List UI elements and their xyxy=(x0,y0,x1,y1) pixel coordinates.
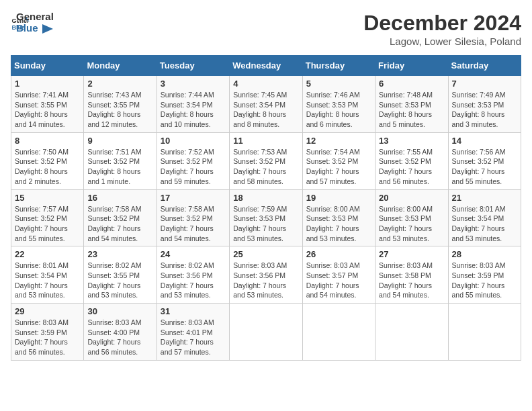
day-number: 4 xyxy=(233,79,298,89)
day-number: 19 xyxy=(306,193,371,203)
day-number: 14 xyxy=(452,136,517,146)
day-number: 18 xyxy=(233,193,298,203)
day-info: Sunrise: 7:45 AMSunset: 3:54 PMDaylight:… xyxy=(233,90,298,130)
day-number: 24 xyxy=(161,249,226,259)
day-info: Sunrise: 8:03 AMSunset: 3:59 PMDaylight:… xyxy=(15,318,80,357)
calendar-week-row: 22Sunrise: 8:01 AMSunset: 3:54 PMDayligh… xyxy=(11,246,521,304)
day-number: 23 xyxy=(87,249,152,259)
table-row: 6Sunrise: 7:48 AMSunset: 3:53 PMDaylight… xyxy=(375,76,448,133)
day-number: 2 xyxy=(87,79,152,89)
day-number: 29 xyxy=(15,306,80,316)
table-row: 26Sunrise: 8:03 AMSunset: 3:57 PMDayligh… xyxy=(302,246,375,304)
table-row: 11Sunrise: 7:53 AMSunset: 3:52 PMDayligh… xyxy=(230,132,302,189)
table-row: 30Sunrise: 8:03 AMSunset: 4:00 PMDayligh… xyxy=(84,304,157,361)
day-number: 3 xyxy=(161,79,226,89)
day-info: Sunrise: 7:55 AMSunset: 3:52 PMDaylight:… xyxy=(379,147,444,187)
table-row: 4Sunrise: 7:45 AMSunset: 3:54 PMDaylight… xyxy=(230,76,302,133)
page-header: General Blue General Blue December 2024 … xyxy=(11,11,521,47)
day-info: Sunrise: 8:02 AMSunset: 3:55 PMDaylight:… xyxy=(87,261,152,300)
day-info: Sunrise: 7:58 AMSunset: 3:52 PMDaylight:… xyxy=(87,204,152,244)
col-wednesday: Wednesday xyxy=(230,56,302,76)
table-row: 14Sunrise: 7:56 AMSunset: 3:52 PMDayligh… xyxy=(448,132,521,189)
table-row: 27Sunrise: 8:03 AMSunset: 3:58 PMDayligh… xyxy=(375,246,448,304)
day-info: Sunrise: 7:57 AMSunset: 3:52 PMDaylight:… xyxy=(15,204,80,244)
day-info: Sunrise: 8:03 AMSunset: 3:59 PMDaylight:… xyxy=(452,261,517,300)
day-info: Sunrise: 7:54 AMSunset: 3:52 PMDaylight:… xyxy=(306,147,371,187)
day-number: 31 xyxy=(161,306,226,316)
day-info: Sunrise: 8:01 AMSunset: 3:54 PMDaylight:… xyxy=(15,261,80,300)
table-row: 5Sunrise: 7:46 AMSunset: 3:53 PMDaylight… xyxy=(302,76,375,133)
day-info: Sunrise: 8:01 AMSunset: 3:54 PMDaylight:… xyxy=(452,204,517,244)
svg-marker-3 xyxy=(42,24,53,34)
day-number: 15 xyxy=(15,193,80,203)
day-number: 22 xyxy=(15,249,80,259)
day-info: Sunrise: 7:59 AMSunset: 3:53 PMDaylight:… xyxy=(233,204,298,244)
calendar-week-row: 29Sunrise: 8:03 AMSunset: 3:59 PMDayligh… xyxy=(11,304,521,361)
day-info: Sunrise: 8:03 AMSunset: 3:58 PMDaylight:… xyxy=(379,261,444,300)
day-info: Sunrise: 8:00 AMSunset: 3:53 PMDaylight:… xyxy=(379,204,444,244)
calendar-table: Sunday Monday Tuesday Wednesday Thursday… xyxy=(11,55,521,361)
day-number: 16 xyxy=(87,193,152,203)
day-info: Sunrise: 7:58 AMSunset: 3:52 PMDaylight:… xyxy=(161,204,226,244)
table-row: 8Sunrise: 7:50 AMSunset: 3:52 PMDaylight… xyxy=(11,132,84,189)
table-row: 15Sunrise: 7:57 AMSunset: 3:52 PMDayligh… xyxy=(11,189,84,246)
calendar-header-row: Sunday Monday Tuesday Wednesday Thursday… xyxy=(11,56,521,76)
day-info: Sunrise: 8:03 AMSunset: 4:00 PMDaylight:… xyxy=(87,318,152,357)
day-info: Sunrise: 7:56 AMSunset: 3:52 PMDaylight:… xyxy=(452,147,517,187)
table-row xyxy=(302,304,375,361)
day-number: 8 xyxy=(15,136,80,146)
location: Lagow, Lower Silesia, Poland xyxy=(363,36,521,47)
table-row: 29Sunrise: 8:03 AMSunset: 3:59 PMDayligh… xyxy=(11,304,84,361)
table-row: 17Sunrise: 7:58 AMSunset: 3:52 PMDayligh… xyxy=(157,189,229,246)
logo: General Blue General Blue xyxy=(11,11,54,34)
day-info: Sunrise: 7:49 AMSunset: 3:53 PMDaylight:… xyxy=(452,90,517,130)
table-row: 22Sunrise: 8:01 AMSunset: 3:54 PMDayligh… xyxy=(11,246,84,304)
table-row: 12Sunrise: 7:54 AMSunset: 3:52 PMDayligh… xyxy=(302,132,375,189)
day-info: Sunrise: 7:43 AMSunset: 3:55 PMDaylight:… xyxy=(87,90,152,130)
table-row: 16Sunrise: 7:58 AMSunset: 3:52 PMDayligh… xyxy=(84,189,157,246)
table-row: 21Sunrise: 8:01 AMSunset: 3:54 PMDayligh… xyxy=(448,189,521,246)
calendar-week-row: 15Sunrise: 7:57 AMSunset: 3:52 PMDayligh… xyxy=(11,189,521,246)
day-info: Sunrise: 7:46 AMSunset: 3:53 PMDaylight:… xyxy=(306,90,371,130)
day-number: 10 xyxy=(161,136,226,146)
table-row: 20Sunrise: 8:00 AMSunset: 3:53 PMDayligh… xyxy=(375,189,448,246)
day-number: 25 xyxy=(233,249,298,259)
col-sunday: Sunday xyxy=(11,56,84,76)
day-info: Sunrise: 7:51 AMSunset: 3:52 PMDaylight:… xyxy=(87,147,152,187)
day-number: 13 xyxy=(379,136,444,146)
day-number: 28 xyxy=(452,249,517,259)
day-number: 7 xyxy=(452,79,517,89)
calendar-body: 1Sunrise: 7:41 AMSunset: 3:55 PMDaylight… xyxy=(11,76,521,361)
day-number: 21 xyxy=(452,193,517,203)
table-row xyxy=(448,304,521,361)
calendar-week-row: 1Sunrise: 7:41 AMSunset: 3:55 PMDaylight… xyxy=(11,76,521,133)
day-number: 12 xyxy=(306,136,371,146)
table-row: 3Sunrise: 7:44 AMSunset: 3:54 PMDaylight… xyxy=(157,76,229,133)
table-row: 13Sunrise: 7:55 AMSunset: 3:52 PMDayligh… xyxy=(375,132,448,189)
day-info: Sunrise: 8:03 AMSunset: 3:57 PMDaylight:… xyxy=(306,261,371,300)
day-info: Sunrise: 7:48 AMSunset: 3:53 PMDaylight:… xyxy=(379,90,444,130)
table-row xyxy=(375,304,448,361)
day-info: Sunrise: 7:50 AMSunset: 3:52 PMDaylight:… xyxy=(15,147,80,187)
table-row: 23Sunrise: 8:02 AMSunset: 3:55 PMDayligh… xyxy=(84,246,157,304)
day-number: 20 xyxy=(379,193,444,203)
day-info: Sunrise: 7:53 AMSunset: 3:52 PMDaylight:… xyxy=(233,147,298,187)
day-number: 26 xyxy=(306,249,371,259)
col-tuesday: Tuesday xyxy=(157,56,229,76)
calendar-week-row: 8Sunrise: 7:50 AMSunset: 3:52 PMDaylight… xyxy=(11,132,521,189)
logo-blue: Blue xyxy=(16,22,54,34)
day-number: 27 xyxy=(379,249,444,259)
day-number: 1 xyxy=(15,79,80,89)
col-thursday: Thursday xyxy=(302,56,375,76)
table-row: 7Sunrise: 7:49 AMSunset: 3:53 PMDaylight… xyxy=(448,76,521,133)
col-friday: Friday xyxy=(375,56,448,76)
day-info: Sunrise: 8:02 AMSunset: 3:56 PMDaylight:… xyxy=(161,261,226,300)
day-info: Sunrise: 7:44 AMSunset: 3:54 PMDaylight:… xyxy=(161,90,226,130)
table-row: 2Sunrise: 7:43 AMSunset: 3:55 PMDaylight… xyxy=(84,76,157,133)
table-row xyxy=(230,304,302,361)
title-block: December 2024 Lagow, Lower Silesia, Pola… xyxy=(363,11,521,47)
day-number: 17 xyxy=(161,193,226,203)
day-number: 30 xyxy=(87,306,152,316)
table-row: 31Sunrise: 8:03 AMSunset: 4:01 PMDayligh… xyxy=(157,304,229,361)
day-info: Sunrise: 8:00 AMSunset: 3:53 PMDaylight:… xyxy=(306,204,371,244)
